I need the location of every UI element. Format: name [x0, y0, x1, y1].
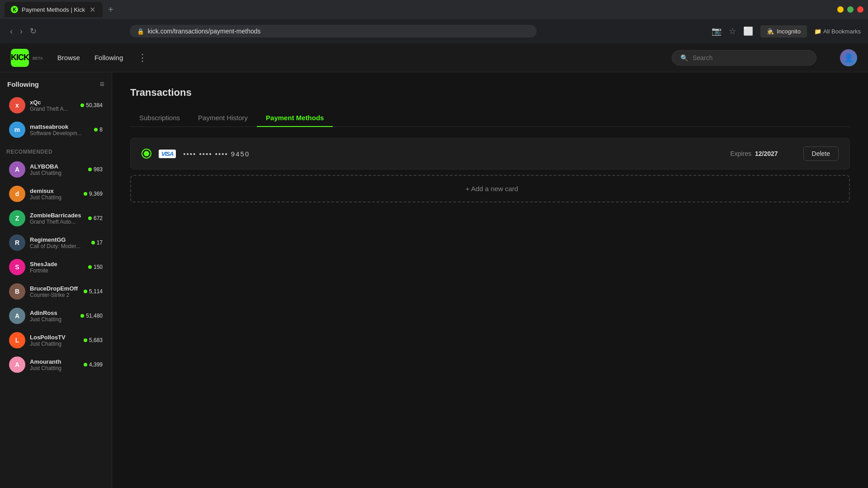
- viewer-count: 983: [88, 166, 103, 173]
- live-dot: [94, 128, 98, 131]
- search-icon: 🔍: [680, 54, 688, 61]
- delete-card-button[interactable]: Delete: [803, 146, 839, 161]
- new-tab-button[interactable]: +: [104, 3, 117, 17]
- camera-off-icon[interactable]: 📷: [712, 26, 722, 36]
- viewer-count: 51,480: [80, 313, 103, 319]
- active-tab[interactable]: K Payment Methods | Kick ✕: [5, 2, 103, 17]
- tab-payment-methods[interactable]: Payment Methods: [257, 109, 333, 127]
- app: KICK BETA Browse Following ⋮ 🔍 👤 Followi…: [0, 43, 868, 488]
- incognito-button[interactable]: 🕵 Incognito: [760, 25, 807, 38]
- viewer-number: 672: [94, 215, 103, 221]
- streamer-game: Grand Theft A...: [30, 106, 76, 112]
- viewer-count: 5,114: [84, 288, 103, 295]
- streamer-avatar: A: [9, 308, 25, 324]
- following-list: x xQc Grand Theft A... 50,384 m mattseab…: [0, 94, 112, 141]
- tab-subscriptions[interactable]: Subscriptions: [130, 109, 189, 127]
- logo-beta: BETA: [33, 56, 43, 61]
- sidebar-item[interactable]: S ShesJade Fortnite 150: [3, 255, 109, 279]
- sidebar-item[interactable]: B BruceDropEmOff Counter-Strike 2 5,114: [3, 280, 109, 303]
- viewer-count: 672: [88, 215, 103, 221]
- streamer-avatar: x: [9, 97, 25, 113]
- live-dot: [84, 290, 87, 293]
- sidebar-item[interactable]: A Amouranth Just Chatting 4,399: [3, 353, 109, 376]
- streamer-game: Just Chatting: [30, 365, 79, 371]
- streamer-name: AdinRoss: [30, 310, 76, 316]
- following-link[interactable]: Following: [94, 54, 123, 61]
- browse-link[interactable]: Browse: [57, 54, 80, 61]
- user-avatar[interactable]: 👤: [840, 49, 857, 66]
- streamer-game: Just Chatting: [30, 316, 76, 323]
- tab-title: Payment Methods | Kick: [22, 6, 85, 13]
- all-bookmarks-link[interactable]: 📁 All Bookmarks: [814, 28, 861, 35]
- streamer-name: mattseabrook: [30, 123, 90, 130]
- bookmarks-folder-icon: 📁: [814, 28, 821, 35]
- visa-logo: VISA: [159, 150, 176, 158]
- viewer-count: 5,683: [84, 337, 103, 343]
- sidebar-item[interactable]: m mattseabrook Software Developm... 8: [3, 118, 109, 141]
- viewer-count: 9,369: [84, 191, 103, 197]
- sidebar-item[interactable]: d demisux Just Chatting 9,369: [3, 182, 109, 206]
- window-controls: [837, 6, 863, 13]
- more-menu-button[interactable]: ⋮: [137, 52, 147, 64]
- streamer-name: BruceDropEmOff: [30, 285, 79, 292]
- reload-button[interactable]: ↻: [27, 24, 39, 38]
- logo-text: KICK: [11, 53, 29, 62]
- viewer-number: 5,683: [89, 337, 103, 343]
- streamer-name: RegimentGG: [30, 236, 87, 243]
- maximize-button[interactable]: [847, 6, 854, 13]
- main-content: Following ≡ x xQc Grand Theft A... 50,38…: [0, 72, 868, 488]
- streamer-avatar: L: [9, 332, 25, 348]
- tab-close-button[interactable]: ✕: [89, 5, 96, 15]
- expires-label: Expires: [730, 150, 751, 157]
- incognito-label: Incognito: [777, 28, 801, 35]
- sidebar-item[interactable]: A AdinRoss Just Chatting 51,480: [3, 304, 109, 328]
- all-bookmarks-label: All Bookmarks: [823, 28, 861, 35]
- streamer-name: LosPollosTV: [30, 334, 79, 341]
- logo[interactable]: KICK BETA: [11, 49, 43, 67]
- live-dot: [84, 363, 87, 366]
- sidebar-item[interactable]: x xQc Grand Theft A... 50,384: [3, 94, 109, 117]
- streamer-game: Just Chatting: [30, 194, 79, 201]
- minimize-button[interactable]: [837, 6, 844, 13]
- recommended-section-label: Recommended: [0, 142, 112, 158]
- viewer-number: 50,384: [86, 102, 103, 108]
- back-button[interactable]: ‹: [7, 24, 15, 38]
- nav-buttons: ‹ › ↻: [7, 24, 39, 38]
- forward-button[interactable]: ›: [17, 24, 25, 38]
- streamer-info: LosPollosTV Just Chatting: [30, 334, 79, 347]
- streamer-avatar: A: [9, 357, 25, 373]
- streamer-avatar: S: [9, 259, 25, 275]
- viewer-number: 5,114: [89, 288, 103, 295]
- streamer-info: BruceDropEmOff Counter-Strike 2: [30, 285, 79, 298]
- add-card-button[interactable]: + Add a new card: [130, 175, 850, 202]
- card-active-dot: [144, 151, 149, 156]
- address-bar[interactable]: 🔒 kick.com/transactions/payment-methods: [130, 25, 537, 38]
- live-dot: [91, 241, 95, 244]
- address-text: kick.com/transactions/payment-methods: [148, 28, 261, 35]
- close-button[interactable]: [857, 6, 863, 13]
- search-input[interactable]: [693, 54, 808, 61]
- viewer-number: 150: [94, 264, 103, 270]
- sidebar-item[interactable]: Z ZombieBarricades Grand Theft Auto... 6…: [3, 206, 109, 230]
- sidebar-item[interactable]: R RegimentGG Call of Duty: Moder... 17: [3, 231, 109, 254]
- payment-card: VISA •••• •••• •••• 9450 Expires 12/2027…: [130, 138, 850, 169]
- device-button[interactable]: ⬜: [743, 26, 753, 36]
- streamer-game: Counter-Strike 2: [30, 292, 79, 298]
- sidebar-item[interactable]: L LosPollosTV Just Chatting 5,683: [3, 328, 109, 352]
- card-active-indicator: [142, 149, 151, 159]
- address-bar-row: ‹ › ↻ 🔒 kick.com/transactions/payment-me…: [0, 19, 868, 43]
- search-bar[interactable]: 🔍: [672, 50, 816, 66]
- viewer-count: 4,399: [84, 361, 103, 368]
- streamer-info: ALYBOBA Just Chatting: [30, 163, 84, 176]
- tab-payment-history[interactable]: Payment History: [189, 109, 257, 127]
- sidebar-collapse-icon[interactable]: ≡: [99, 80, 104, 89]
- streamer-info: ShesJade Fortnite: [30, 261, 84, 274]
- streamer-avatar: B: [9, 283, 25, 300]
- bookmark-button[interactable]: ☆: [729, 26, 736, 36]
- streamer-avatar: d: [9, 186, 25, 202]
- sidebar-item[interactable]: A ALYBOBA Just Chatting 983: [3, 158, 109, 181]
- page-title: Transactions: [130, 87, 850, 99]
- streamer-game: Just Chatting: [30, 341, 79, 347]
- recommended-list: A ALYBOBA Just Chatting 983 d demisux Ju…: [0, 158, 112, 376]
- streamer-name: Amouranth: [30, 358, 79, 365]
